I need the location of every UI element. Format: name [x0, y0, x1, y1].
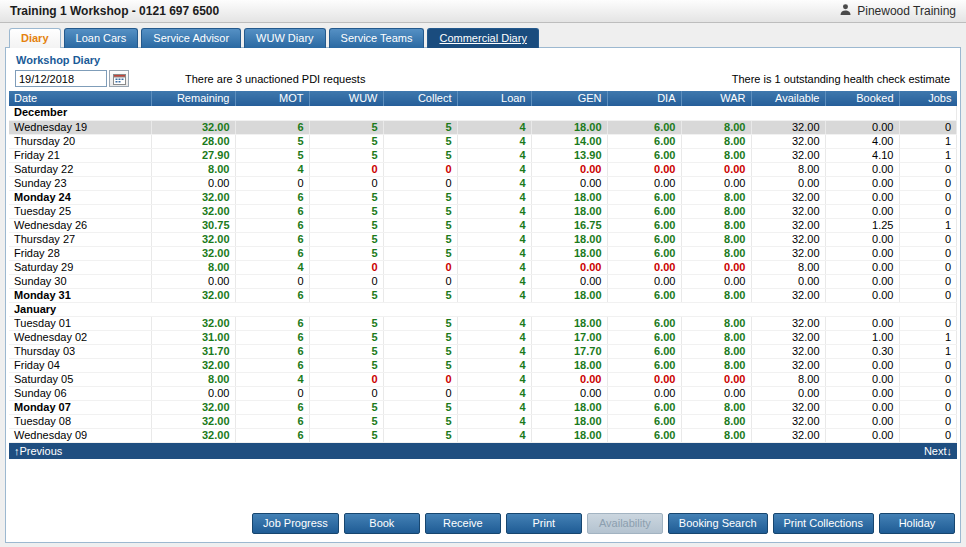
cell-mot: 0 — [235, 176, 309, 190]
cell-dia: 0.00 — [607, 176, 681, 190]
tab-wuw-diary[interactable]: WUW Diary — [244, 28, 325, 48]
day-row-wednesday-26[interactable]: Wednesday 2630.75655416.756.008.0032.001… — [9, 218, 957, 232]
cell-war: 0.00 — [681, 274, 751, 288]
column-header-date[interactable]: Date — [9, 91, 151, 106]
column-header-wuw[interactable]: WUW — [309, 91, 383, 106]
date-input[interactable] — [15, 70, 107, 87]
day-row-wednesday-09[interactable]: Wednesday 0932.00655418.006.008.0032.000… — [9, 428, 957, 442]
cell-wuw: 5 — [309, 148, 383, 162]
day-row-tuesday-01[interactable]: Tuesday 0132.00655418.006.008.0032.000.0… — [9, 316, 957, 330]
day-row-friday-21[interactable]: Friday 2127.90555413.906.008.0032.004.10… — [9, 148, 957, 162]
day-row-monday-07[interactable]: Monday 0732.00655418.006.008.0032.000.00… — [9, 400, 957, 414]
cell-gen: 0.00 — [531, 162, 607, 176]
cell-war: 8.00 — [681, 148, 751, 162]
day-row-friday-28[interactable]: Friday 2832.00655418.006.008.0032.000.00… — [9, 246, 957, 260]
job-progress-button[interactable]: Job Progress — [252, 513, 339, 534]
column-header-remaining[interactable]: Remaining — [151, 91, 235, 106]
day-row-saturday-22[interactable]: Saturday 228.0040040.000.000.008.000.000 — [9, 162, 957, 176]
day-row-sunday-23[interactable]: Sunday 230.0000040.000.000.000.000.000 — [9, 176, 957, 190]
cell-loan: 4 — [457, 218, 531, 232]
cell-collect: 5 — [383, 190, 457, 204]
calendar-button[interactable] — [109, 70, 129, 87]
day-row-sunday-30[interactable]: Sunday 300.0000040.000.000.000.000.000 — [9, 274, 957, 288]
day-row-friday-04[interactable]: Friday 0432.00655418.006.008.0032.000.00… — [9, 358, 957, 372]
booking-search-button[interactable]: Booking Search — [668, 513, 768, 534]
holiday-button[interactable]: Holiday — [879, 513, 955, 534]
day-row-wednesday-19[interactable]: Wednesday 1932.00655418.006.008.0032.000… — [9, 120, 957, 134]
column-header-collect[interactable]: Collect — [383, 91, 457, 106]
book-button[interactable]: Book — [344, 513, 420, 534]
column-header-dia[interactable]: DIA — [607, 91, 681, 106]
cell-collect: 5 — [383, 330, 457, 344]
health-check-notice: There is 1 outstanding health check esti… — [732, 73, 950, 85]
cell-wuw: 0 — [309, 162, 383, 176]
day-row-saturday-29[interactable]: Saturday 298.0040040.000.000.008.000.000 — [9, 260, 957, 274]
day-row-saturday-05[interactable]: Saturday 058.0040040.000.000.008.000.000 — [9, 372, 957, 386]
cell-dia: 6.00 — [607, 330, 681, 344]
cell-war: 8.00 — [681, 134, 751, 148]
cell-remaining: 30.75 — [151, 218, 235, 232]
day-row-monday-31[interactable]: Monday 3132.00655418.006.008.0032.000.00… — [9, 288, 957, 302]
cell-collect: 5 — [383, 204, 457, 218]
cell-booked: 0.00 — [825, 358, 899, 372]
day-row-tuesday-08[interactable]: Tuesday 0832.00655418.006.008.0032.000.0… — [9, 414, 957, 428]
table-header-row: DateRemainingMOTWUWCollectLoanGENDIAWARA… — [9, 91, 957, 106]
day-label: Monday 07 — [9, 400, 151, 414]
column-header-war[interactable]: WAR — [681, 91, 751, 106]
cell-jobs: 0 — [899, 414, 957, 428]
cell-wuw: 5 — [309, 246, 383, 260]
cell-remaining: 8.00 — [151, 260, 235, 274]
column-header-mot[interactable]: MOT — [235, 91, 309, 106]
cell-dia: 0.00 — [607, 260, 681, 274]
day-row-tuesday-25[interactable]: Tuesday 2532.00655418.006.008.0032.000.0… — [9, 204, 957, 218]
cell-remaining: 31.70 — [151, 344, 235, 358]
cell-dia: 0.00 — [607, 162, 681, 176]
column-header-jobs[interactable]: Jobs — [899, 91, 957, 106]
print-collections-button[interactable]: Print Collections — [773, 513, 874, 534]
day-label: Monday 31 — [9, 288, 151, 302]
day-row-thursday-03[interactable]: Thursday 0331.70655417.706.008.0032.000.… — [9, 344, 957, 358]
cell-dia: 0.00 — [607, 372, 681, 386]
month-row-january[interactable]: January — [9, 302, 957, 316]
next-button[interactable]: Next↓ — [924, 445, 952, 457]
cell-war: 8.00 — [681, 204, 751, 218]
day-row-thursday-27[interactable]: Thursday 2732.00655418.006.008.0032.000.… — [9, 232, 957, 246]
day-row-monday-24[interactable]: Monday 2432.00655418.006.008.0032.000.00… — [9, 190, 957, 204]
tab-diary[interactable]: Diary — [9, 28, 61, 48]
column-header-gen[interactable]: GEN — [531, 91, 607, 106]
cell-available: 32.00 — [751, 344, 825, 358]
cell-loan: 4 — [457, 288, 531, 302]
cell-loan: 4 — [457, 274, 531, 288]
column-header-available[interactable]: Available — [751, 91, 825, 106]
day-label: Thursday 03 — [9, 344, 151, 358]
cell-mot: 6 — [235, 190, 309, 204]
month-row-december[interactable]: December — [9, 106, 957, 120]
cell-war: 8.00 — [681, 232, 751, 246]
cell-dia: 6.00 — [607, 246, 681, 260]
day-row-thursday-20[interactable]: Thursday 2028.00555414.006.008.0032.004.… — [9, 134, 957, 148]
cell-jobs: 0 — [899, 386, 957, 400]
cell-available: 32.00 — [751, 120, 825, 134]
previous-button[interactable]: ↑Previous — [14, 445, 62, 457]
receive-button[interactable]: Receive — [425, 513, 501, 534]
cell-booked: 0.00 — [825, 386, 899, 400]
column-header-loan[interactable]: Loan — [457, 91, 531, 106]
cell-collect: 0 — [383, 162, 457, 176]
tab-service-advisor[interactable]: Service Advisor — [141, 28, 241, 48]
cell-collect: 5 — [383, 134, 457, 148]
cell-available: 32.00 — [751, 148, 825, 162]
day-label: Thursday 27 — [9, 232, 151, 246]
tab-commercial-diary[interactable]: Commercial Diary — [427, 28, 538, 48]
tab-loan-cars[interactable]: Loan Cars — [64, 28, 139, 48]
cell-loan: 4 — [457, 148, 531, 162]
column-header-booked[interactable]: Booked — [825, 91, 899, 106]
print-button[interactable]: Print — [506, 513, 582, 534]
tab-service-teams[interactable]: Service Teams — [329, 28, 425, 48]
user-menu[interactable]: Pinewood Training — [839, 3, 956, 19]
cell-collect: 0 — [383, 176, 457, 190]
day-row-wednesday-02[interactable]: Wednesday 0231.00655417.006.008.0032.001… — [9, 330, 957, 344]
day-row-sunday-06[interactable]: Sunday 060.0000040.000.000.000.000.000 — [9, 386, 957, 400]
cell-war: 0.00 — [681, 176, 751, 190]
cell-loan: 4 — [457, 246, 531, 260]
cell-booked: 1.00 — [825, 330, 899, 344]
